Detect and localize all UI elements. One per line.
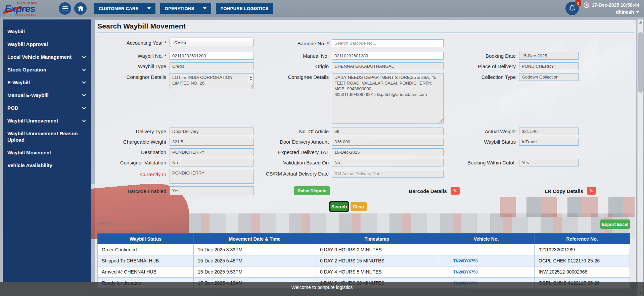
sidebar-item-waybill-unmovement-reason-upload[interactable]: Waybill Unmovement Reason Upload [3, 128, 91, 145]
vehicle-no-link[interactable]: TN20BY6750 [453, 259, 478, 263]
expected-delivery-tat-input [332, 148, 444, 156]
sidebar-item-vehicle-availability[interactable]: Vehicle Availability [3, 160, 91, 170]
booking-within-cutoff-label: Booking Within Cutoff [447, 159, 516, 167]
user-menu[interactable]: dhinesh [616, 9, 639, 15]
sidebar-item-stock-operation[interactable]: Stock Operation [3, 64, 91, 75]
navbar-right: 0 17-Dec-2025 10:56:44 dhinesh [565, 0, 639, 17]
door-delivery-amount-input [332, 138, 444, 146]
consignor-details-label: Consignor Details [94, 73, 166, 81]
cs-rm-actual-delivery-date-label: CS/RM Actual Delivery Date [255, 170, 329, 178]
username-text: dhinesh [616, 9, 634, 15]
logo-main-text: Expres [5, 3, 35, 14]
clear-button[interactable]: Clear [351, 202, 367, 211]
actual-weight-label: Actual Weight [447, 128, 516, 136]
booking-within-cutoff-input [519, 159, 579, 166]
consignor-validation-label: Consignor Validation [94, 159, 166, 167]
delivery-type-input [170, 128, 254, 135]
chevron-down-icon [82, 93, 86, 96]
top-navbar: PON PURE Expres On time every time CUSTO… [0, 0, 644, 17]
booking-date-label: Booking Date [447, 52, 516, 60]
textarea-spinner[interactable] [248, 74, 253, 83]
spinner-up-icon [249, 76, 252, 78]
col-movement-date-time: Movement Date & Time [194, 234, 316, 244]
actual-weight-input [519, 128, 579, 135]
place-of-delivery-label: Place of Delivery [447, 62, 516, 70]
sidebar-nav: Waybill Waybill Approval Local Vehicle M… [3, 19, 91, 282]
lr-copy-details-button[interactable]: ✎ [587, 187, 596, 195]
search-button[interactable]: Search [330, 202, 349, 211]
waybill-movement-table: Waybill Status Movement Date & Time Time… [97, 233, 630, 289]
waybill-status-label: Waybill Status [447, 138, 516, 146]
sidebar-item-local-vehicle-management[interactable]: Local Vehicle Management [3, 52, 91, 62]
collection-type-label: Collection Type [447, 73, 516, 81]
consignee-details-label: Consignee Details [255, 73, 329, 81]
sidebar-item-waybill-unmovement[interactable]: Waybill Unmovement [3, 115, 91, 126]
hamburger-menu-button[interactable] [59, 2, 71, 15]
notification-badge: 0 [575, 0, 581, 6]
barcode-enabled-label: Barcode Enabled [94, 187, 166, 195]
sidebar-item-waybill[interactable]: Waybill [3, 26, 91, 37]
destination-label: Destination [94, 148, 166, 156]
sidebar-item-waybill-movement[interactable]: Waybill Movement [3, 147, 91, 158]
hamburger-icon [62, 6, 68, 10]
menu-ponpure-logistics[interactable]: PONPURE LOGISTICS [216, 3, 273, 14]
delivery-type-label: Delivery Type [94, 128, 166, 136]
waybill-no-label: Waybill No.* [94, 52, 166, 60]
validation-based-on-input [332, 159, 444, 166]
barcode-details-label: Barcode Details [371, 187, 447, 195]
title-divider [97, 33, 634, 33]
chevron-down-icon [82, 67, 86, 71]
consignee-details-textarea: DAILY NEEDS DEPARTMENT STORE,25 & 26A, 4… [332, 73, 444, 124]
booking-date-input [519, 52, 579, 60]
waybill-no-input[interactable] [170, 52, 254, 60]
resize-handle-icon[interactable] [440, 119, 443, 123]
vertical-scrollbar[interactable] [637, 19, 643, 296]
sidebar-item-waybill-approval[interactable]: Waybill Approval [3, 39, 91, 49]
sidebar-item-manual-e-waybill[interactable]: Manual E-Waybill [3, 90, 91, 100]
scroll-up-button[interactable] [638, 19, 643, 25]
menu-label: OPERATIONS [165, 6, 194, 11]
home-icon [78, 6, 84, 11]
export-excel-button[interactable]: Export Excel [600, 219, 630, 229]
barcode-details-button[interactable]: ✎ [451, 187, 460, 195]
manual-no-input[interactable] [332, 52, 444, 60]
currently-in-label: Currently In [94, 170, 166, 179]
barcode-enabled-input [170, 186, 254, 195]
sidebar-item-pod[interactable]: POD [3, 103, 91, 113]
required-asterisk: * [164, 53, 166, 59]
chevron-down-icon [82, 54, 86, 58]
home-button[interactable] [74, 2, 87, 15]
vehicle-no-link[interactable]: TN20BY6750 [453, 270, 478, 275]
lr-copy-details-label: LR Copy Details [514, 187, 583, 195]
status-text: Welcome to ponpure logistics [291, 285, 353, 296]
raise-dispute-button[interactable]: Raise Dispute [294, 186, 330, 195]
door-delivery-amount-label: Door Delivery Amount [255, 138, 329, 146]
notifications-button[interactable]: 0 [565, 2, 579, 15]
chargeable-weight-label: Chargeable Weight [94, 138, 166, 146]
scrollbar-thumb[interactable] [638, 32, 643, 93]
resize-handle-icon[interactable] [250, 85, 253, 89]
edit-icon: ✎ [590, 188, 594, 194]
menu-operations[interactable]: OPERATIONS [160, 3, 211, 14]
consignor-details-textarea: LOTTE INDIA CORPORATION LIMITED,NO. 26, [170, 73, 254, 89]
col-timestamp: Timestamp [316, 234, 438, 244]
pon-pure-logo: PON PURE Expres On time every time [3, 0, 56, 17]
status-bar: Welcome to ponpure logistics [0, 282, 644, 296]
chevron-down-icon [636, 11, 639, 13]
waybill-type-label: Waybill Type [94, 62, 166, 70]
caret-down-icon [147, 7, 151, 9]
menu-label: CUSTOMER CARE [99, 6, 139, 11]
accounting-year-select[interactable]: 25-26 [170, 38, 254, 47]
col-reference-no: Reference No. [535, 234, 630, 244]
menu-customer-care[interactable]: CUSTOMER CARE [94, 3, 155, 14]
waybill-type-input [170, 62, 254, 70]
destination-input [170, 148, 254, 156]
sidebar-item-e-waybill[interactable]: E-Waybill [3, 77, 91, 88]
validation-based-on-label: Validation Based On [255, 159, 329, 167]
table-search-input[interactable] [97, 219, 145, 228]
chargeable-weight-input [170, 138, 254, 146]
app-window: PON PURE Expres On time every time CUSTO… [0, 0, 644, 296]
col-vehicle-no: Vehicle No. [438, 234, 535, 244]
place-of-delivery-input [519, 62, 579, 70]
barcode-no-input[interactable] [332, 39, 444, 47]
